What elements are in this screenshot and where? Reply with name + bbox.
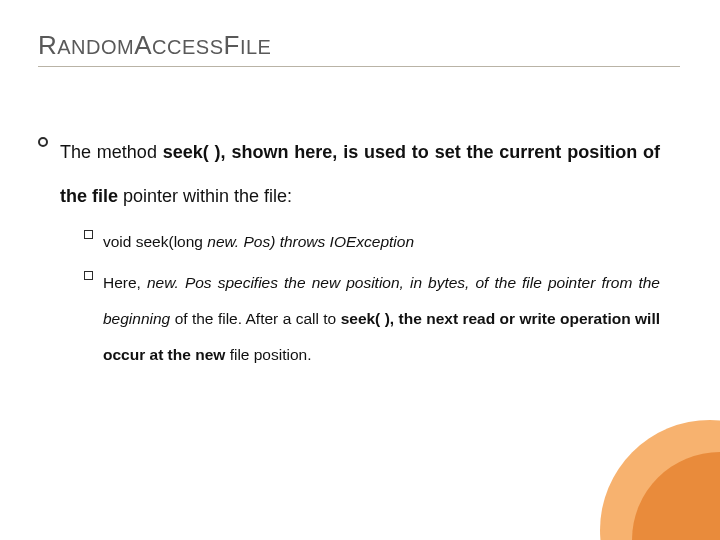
s1-void: void bbox=[103, 233, 136, 250]
title-area: RANDOMACCESSFILE bbox=[38, 30, 660, 61]
s1-seek: seek(long bbox=[136, 233, 203, 250]
title-seg-a: A bbox=[134, 30, 152, 60]
square-bullet-icon bbox=[84, 271, 93, 280]
sub-text-2: Here, new. Pos specifies the new positio… bbox=[103, 265, 660, 374]
body: The method seek( ), shown here, is used … bbox=[38, 130, 660, 378]
title-seg-r: R bbox=[38, 30, 57, 60]
s1-newpos: new. Pos) throws IOException bbox=[203, 233, 414, 250]
p1-lead: The method bbox=[60, 142, 163, 162]
sub-row-1: void seek(long new. Pos) throws IOExcept… bbox=[84, 224, 660, 260]
title-seg-f: F bbox=[223, 30, 239, 60]
square-bullet-icon bbox=[84, 230, 93, 239]
main-paragraph: The method seek( ), shown here, is used … bbox=[60, 130, 660, 218]
sub-row-2: Here, new. Pos specifies the new positio… bbox=[84, 265, 660, 374]
title-underline bbox=[38, 66, 680, 67]
s2-mid: of the file. After a call to bbox=[175, 310, 341, 327]
bullet-icon bbox=[38, 137, 48, 147]
sub-list: void seek(long new. Pos) throws IOExcept… bbox=[84, 224, 660, 374]
sub-text-1: void seek(long new. Pos) throws IOExcept… bbox=[103, 224, 414, 260]
bullet-row: The method seek( ), shown here, is used … bbox=[38, 130, 660, 218]
s2-here: Here, bbox=[103, 274, 147, 291]
page-title: RANDOMACCESSFILE bbox=[38, 30, 660, 61]
title-seg-andom: ANDOM bbox=[57, 36, 134, 58]
title-seg-ccess: CCESS bbox=[152, 36, 223, 58]
title-seg-ile: ILE bbox=[240, 36, 272, 58]
s2-tail: file position. bbox=[230, 346, 312, 363]
slide: RANDOMACCESSFILE The method seek( ), sho… bbox=[0, 0, 720, 540]
p1-tail: pointer within the file: bbox=[123, 186, 292, 206]
